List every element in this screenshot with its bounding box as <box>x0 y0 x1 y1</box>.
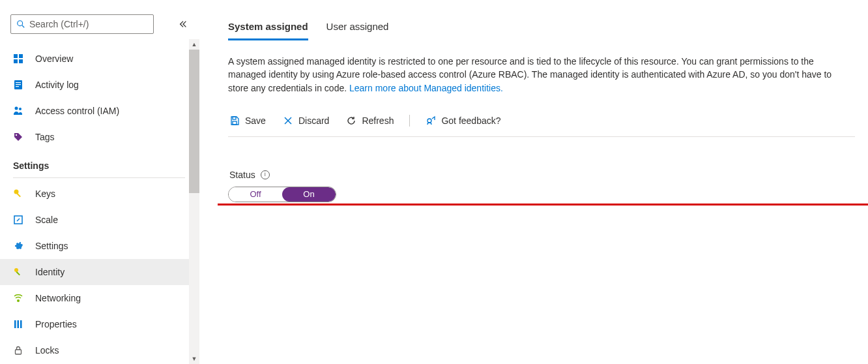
tab-system-assigned[interactable]: System assigned <box>228 21 308 40</box>
main-content: System assigned User assigned A system a… <box>199 0 868 364</box>
sidebar-item-label: Keys <box>35 189 55 199</box>
svg-rect-21 <box>20 320 22 328</box>
sidebar-item-tags[interactable]: Tags <box>0 124 195 150</box>
scrollbar-down-arrow-icon[interactable]: ▼ <box>189 354 199 364</box>
gear-icon <box>13 241 23 251</box>
search-icon <box>16 20 25 29</box>
svg-rect-9 <box>16 86 19 87</box>
search-placeholder: Search (Ctrl+/) <box>29 19 89 29</box>
sidebar-item-activity-log[interactable]: Activity log <box>0 72 195 98</box>
svg-point-0 <box>18 21 23 26</box>
scrollbar-thumb[interactable] <box>189 50 199 193</box>
section-divider <box>13 177 185 178</box>
sidebar-item-label: Identity <box>35 267 65 277</box>
svg-rect-8 <box>16 84 21 85</box>
sidebar-item-locks[interactable]: Locks <box>0 337 195 363</box>
sidebar-item-networking[interactable]: Networking <box>0 285 195 311</box>
svg-rect-4 <box>14 59 18 63</box>
tags-icon <box>13 132 23 142</box>
learn-more-link[interactable]: Learn more about Managed identities. <box>349 83 503 93</box>
status-toggle-off[interactable]: Off <box>229 187 282 202</box>
refresh-icon <box>346 115 356 126</box>
discard-label: Discard <box>298 115 329 126</box>
lock-icon <box>13 345 23 356</box>
overview-icon <box>13 53 23 64</box>
status-label: Status <box>229 170 255 180</box>
sidebar-item-label: Overview <box>35 53 73 64</box>
svg-point-11 <box>19 108 22 110</box>
status-toggle-wrap: Off On <box>228 187 855 202</box>
sidebar-item-settings[interactable]: Settings <box>0 233 195 259</box>
keys-icon <box>13 189 23 199</box>
sidebar-item-label: Tags <box>35 132 55 142</box>
discard-button[interactable]: Discard <box>282 113 330 129</box>
save-label: Save <box>245 115 266 126</box>
svg-point-18 <box>17 299 20 302</box>
svg-rect-14 <box>17 193 21 197</box>
sidebar-item-keys[interactable]: Keys <box>0 181 195 207</box>
sidebar-item-label: Networking <box>35 293 81 303</box>
status-label-row: Status i <box>228 170 855 180</box>
discard-icon <box>283 115 293 126</box>
identity-icon <box>13 267 23 277</box>
feedback-icon <box>426 115 436 126</box>
sidebar-item-identity[interactable]: Identity <box>0 259 195 285</box>
sidebar-item-overview[interactable]: Overview <box>0 46 195 72</box>
nav-scroll: Overview Activity log Access control (IA… <box>0 46 195 364</box>
svg-rect-23 <box>233 117 236 119</box>
svg-rect-2 <box>14 54 18 58</box>
svg-rect-24 <box>233 121 237 125</box>
sidebar-item-properties[interactable]: Properties <box>0 311 195 337</box>
sidebar-scrollbar[interactable]: ▲ ▼ <box>189 39 199 364</box>
sidebar-item-label: Locks <box>35 345 59 356</box>
networking-icon <box>13 293 23 303</box>
feedback-button[interactable]: Got feedback? <box>424 113 502 129</box>
activity-log-icon <box>13 80 23 90</box>
sidebar: Search (Ctrl+/) Overview Activity log Ac… <box>0 0 199 364</box>
sidebar-item-label: Access control (IAM) <box>35 106 119 116</box>
sidebar-item-label: Settings <box>35 241 68 251</box>
scale-icon <box>13 215 23 225</box>
svg-rect-5 <box>19 59 23 63</box>
annotation-underline <box>218 204 868 205</box>
sidebar-item-label: Activity log <box>35 80 79 90</box>
svg-rect-22 <box>16 350 22 354</box>
toolbar: Save Discard Refresh Got feedback? <box>228 109 855 137</box>
svg-point-27 <box>427 119 431 123</box>
chevron-left-double-icon <box>179 20 188 29</box>
collapse-sidebar-button[interactable] <box>177 18 189 30</box>
sidebar-section-settings: Settings <box>0 150 195 177</box>
refresh-button[interactable]: Refresh <box>345 113 395 129</box>
save-icon <box>229 115 240 126</box>
svg-rect-20 <box>18 320 20 328</box>
sidebar-item-label: Scale <box>35 215 58 225</box>
svg-line-1 <box>22 25 25 28</box>
status-toggle-on[interactable]: On <box>282 187 336 202</box>
description-text: A system assigned managed identity is re… <box>228 55 841 95</box>
sidebar-item-access-control[interactable]: Access control (IAM) <box>0 98 195 124</box>
svg-rect-3 <box>19 54 23 58</box>
properties-icon <box>13 319 23 329</box>
tab-user-assigned[interactable]: User assigned <box>326 21 389 40</box>
search-input[interactable]: Search (Ctrl+/) <box>10 14 154 34</box>
svg-point-10 <box>15 107 18 110</box>
save-button[interactable]: Save <box>228 113 267 129</box>
status-toggle[interactable]: Off On <box>228 187 336 202</box>
svg-point-12 <box>16 134 17 136</box>
tab-bar: System assigned User assigned <box>228 21 855 40</box>
refresh-label: Refresh <box>362 115 394 126</box>
info-icon[interactable]: i <box>261 170 270 179</box>
feedback-label: Got feedback? <box>441 115 500 126</box>
sidebar-item-label: Properties <box>35 319 77 329</box>
sidebar-item-scale[interactable]: Scale <box>0 207 195 233</box>
svg-rect-17 <box>16 271 20 275</box>
toolbar-separator <box>409 115 410 127</box>
scrollbar-up-arrow-icon[interactable]: ▲ <box>189 39 199 50</box>
description-body: A system assigned managed identity is re… <box>228 56 832 93</box>
search-row: Search (Ctrl+/) <box>0 14 199 46</box>
svg-point-16 <box>14 268 18 272</box>
access-control-icon <box>13 106 23 116</box>
svg-rect-19 <box>14 320 16 328</box>
svg-rect-7 <box>16 82 21 83</box>
